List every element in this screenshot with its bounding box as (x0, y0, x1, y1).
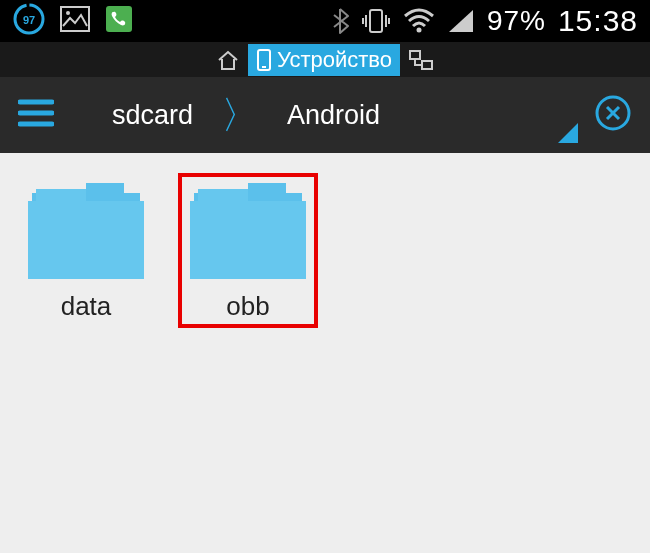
svg-marker-19 (558, 123, 578, 143)
svg-rect-15 (422, 61, 432, 69)
clock-time: 15:38 (558, 4, 638, 38)
tab-home[interactable] (208, 46, 248, 74)
svg-marker-11 (449, 10, 473, 32)
path-bar: sdcard 〉 Android (0, 77, 650, 153)
status-bar: 97 (0, 0, 650, 42)
svg-rect-24 (86, 183, 124, 197)
folder-icon (26, 179, 146, 279)
folder-icon (188, 179, 308, 279)
wifi-icon (403, 8, 435, 34)
close-button[interactable] (594, 94, 632, 136)
folder-grid: data obb (0, 153, 650, 348)
svg-rect-4 (106, 6, 132, 32)
tab-device-label: Устройство (277, 47, 392, 73)
folder-obb[interactable]: obb (178, 173, 318, 328)
vibrate-icon (361, 6, 391, 36)
svg-rect-5 (370, 10, 382, 32)
svg-rect-28 (248, 183, 286, 197)
svg-rect-30 (198, 189, 248, 205)
storage-tabs: Устройство (0, 42, 650, 77)
path-segment-android[interactable]: Android (259, 100, 408, 131)
progress-circle-icon: 97 (12, 2, 46, 40)
svg-rect-2 (61, 7, 89, 31)
folder-label: data (61, 291, 112, 322)
tab-device[interactable]: Устройство (248, 44, 400, 76)
menu-button[interactable] (18, 98, 54, 132)
bluetooth-icon (331, 7, 349, 35)
chevron-right-icon: 〉 (221, 90, 259, 141)
svg-rect-25 (28, 201, 144, 279)
breadcrumb: sdcard 〉 Android (84, 90, 558, 141)
signal-icon (447, 8, 475, 34)
svg-rect-26 (36, 189, 86, 205)
phone-icon (104, 4, 134, 38)
svg-text:97: 97 (23, 14, 35, 26)
svg-point-3 (66, 11, 70, 15)
svg-point-10 (416, 28, 421, 33)
dropdown-triangle-icon[interactable] (558, 123, 578, 147)
image-icon (60, 6, 90, 36)
path-segment-sdcard[interactable]: sdcard (84, 100, 221, 131)
svg-rect-29 (190, 201, 306, 279)
battery-percentage: 97% (487, 5, 546, 37)
status-right: 97% 15:38 (331, 4, 638, 38)
folder-data[interactable]: data (16, 173, 156, 328)
status-left-icons: 97 (12, 2, 134, 40)
svg-rect-14 (410, 51, 420, 59)
tab-network[interactable] (400, 46, 442, 74)
folder-label: obb (226, 291, 269, 322)
